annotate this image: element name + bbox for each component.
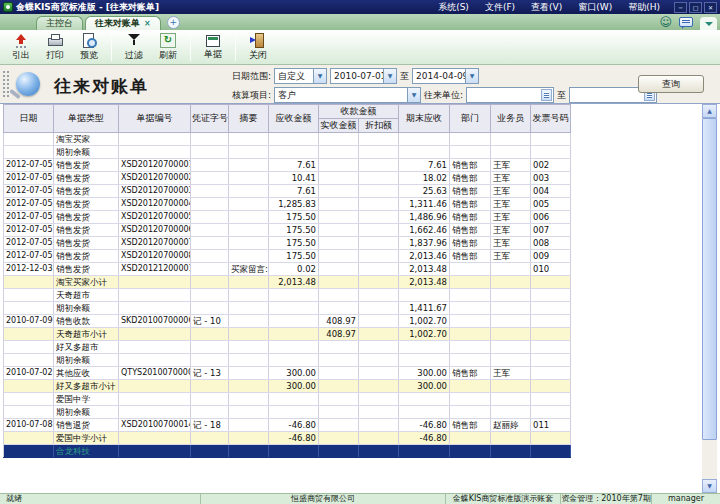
cell-bal[interactable] — [399, 341, 450, 354]
cell-dp[interactable]: 销售部 — [450, 198, 491, 211]
cell-bal[interactable] — [399, 393, 450, 406]
cell-bal[interactable]: 300.00 — [399, 367, 450, 380]
cell-v[interactable] — [191, 380, 229, 393]
table-row[interactable]: 天奇超市 — [4, 289, 571, 302]
cell-dp[interactable]: 销售部 — [450, 159, 491, 172]
cell-d[interactable]: 2012-07-05 — [4, 250, 54, 263]
cell-ar[interactable] — [269, 133, 319, 146]
cell-v[interactable] — [191, 276, 229, 289]
cell-n[interactable] — [119, 406, 191, 419]
table-row[interactable]: 2012-07-05销售发货XSD201207000017.617.61销售部王… — [4, 159, 571, 172]
cell-bal[interactable]: 1,002.70 — [399, 315, 450, 328]
cell-bal[interactable] — [399, 133, 450, 146]
cell-t[interactable]: 期初余额 — [54, 354, 119, 367]
cell-n[interactable]: XSD20120700006 — [119, 224, 191, 237]
cell-n[interactable] — [119, 393, 191, 406]
cell-dc[interactable] — [359, 263, 399, 276]
cell-bal[interactable]: 1,837.96 — [399, 237, 450, 250]
cell-sm[interactable] — [491, 315, 531, 328]
cell-bal[interactable]: 1,486.96 — [399, 211, 450, 224]
cell-t[interactable]: 期初余额 — [54, 146, 119, 159]
cell-v[interactable] — [191, 302, 229, 315]
cell-v[interactable] — [191, 133, 229, 146]
cell-s[interactable] — [229, 172, 269, 185]
cell-s[interactable] — [229, 380, 269, 393]
cell-s[interactable] — [229, 185, 269, 198]
cell-inv[interactable]: 009 — [531, 250, 571, 263]
cell-s[interactable] — [229, 159, 269, 172]
cell-inv[interactable] — [531, 341, 571, 354]
table-row[interactable]: 2012-07-05销售发货XSD20120700008175.502,013.… — [4, 250, 571, 263]
table-row[interactable]: 2012-07-05销售发货XSD20120700007175.501,837.… — [4, 237, 571, 250]
cell-d[interactable]: 2010-07-08 — [4, 419, 54, 432]
cell-t[interactable]: 合龙科技 — [54, 445, 119, 458]
cell-dp[interactable] — [450, 445, 491, 458]
cell-s[interactable] — [229, 289, 269, 302]
cell-inv[interactable] — [531, 133, 571, 146]
cell-t[interactable]: 期初余额 — [54, 302, 119, 315]
cell-dp[interactable] — [450, 354, 491, 367]
filter-button[interactable]: 过滤 — [118, 33, 150, 62]
cell-ar[interactable] — [269, 341, 319, 354]
project-select[interactable]: 客户 ▼ — [274, 87, 421, 103]
cell-sm[interactable] — [491, 302, 531, 315]
cell-rc[interactable] — [319, 224, 359, 237]
cell-d[interactable]: 2012-07-05 — [4, 185, 54, 198]
cell-n[interactable] — [119, 146, 191, 159]
cell-sm[interactable]: 王军 — [491, 172, 531, 185]
cell-bal[interactable]: 300.00 — [399, 380, 450, 393]
cell-v[interactable] — [191, 406, 229, 419]
menu-window[interactable]: 窗口(W) — [578, 1, 612, 14]
col-header-balance[interactable]: 期末应收 — [399, 105, 450, 133]
cell-rc[interactable] — [319, 445, 359, 458]
cell-n[interactable] — [119, 276, 191, 289]
minimize-button[interactable]: ─ — [674, 2, 687, 13]
cell-rc[interactable] — [319, 380, 359, 393]
cell-rc[interactable] — [319, 250, 359, 263]
preview-button[interactable]: 预览 — [73, 33, 105, 62]
chevron-down-icon[interactable]: ▼ — [313, 69, 326, 83]
cell-inv[interactable] — [531, 354, 571, 367]
cell-t[interactable]: 其他应收 — [54, 367, 119, 380]
table-row[interactable]: 期初余额 — [4, 354, 571, 367]
cell-dc[interactable] — [359, 380, 399, 393]
cell-n[interactable] — [119, 133, 191, 146]
cell-inv[interactable] — [531, 315, 571, 328]
cell-s[interactable] — [229, 315, 269, 328]
cell-v[interactable] — [191, 263, 229, 276]
cell-dc[interactable] — [359, 289, 399, 302]
table-row[interactable]: 爱国中学 — [4, 393, 571, 406]
table-row[interactable]: 2012-07-05销售发货XSD20120700006175.501,662.… — [4, 224, 571, 237]
cell-dc[interactable] — [359, 419, 399, 432]
scroll-thumb[interactable] — [702, 118, 717, 440]
table-row[interactable]: 好又多超市 — [4, 341, 571, 354]
cell-inv[interactable] — [531, 302, 571, 315]
cell-rc[interactable] — [319, 159, 359, 172]
cell-sm[interactable]: 王军 — [491, 159, 531, 172]
cell-t[interactable]: 销售发货 — [54, 172, 119, 185]
cell-bal[interactable] — [399, 146, 450, 159]
cell-t[interactable]: 销售发货 — [54, 263, 119, 276]
vertical-scrollbar[interactable]: ▲ ▼ — [702, 104, 717, 493]
cell-dc[interactable] — [359, 146, 399, 159]
cell-v[interactable] — [191, 354, 229, 367]
cell-ar[interactable]: 10.41 — [269, 172, 319, 185]
cell-n[interactable] — [119, 380, 191, 393]
cell-n[interactable] — [119, 354, 191, 367]
cell-dc[interactable] — [359, 159, 399, 172]
cell-ar[interactable] — [269, 445, 319, 458]
cell-bal[interactable]: 1,411.67 — [399, 302, 450, 315]
cell-t[interactable]: 好又多超市小计 — [54, 380, 119, 393]
cell-dp[interactable]: 销售部 — [450, 224, 491, 237]
cell-bal[interactable]: -46.80 — [399, 419, 450, 432]
col-header-summary[interactable]: 摘要 — [229, 105, 269, 133]
cell-dp[interactable]: 销售部 — [450, 419, 491, 432]
menu-help[interactable]: 帮助(H) — [628, 1, 660, 14]
cell-n[interactable]: XSD20100700014 — [119, 419, 191, 432]
cell-ar[interactable] — [269, 146, 319, 159]
cell-t[interactable]: 淘宝买家小计 — [54, 276, 119, 289]
cell-dp[interactable] — [450, 341, 491, 354]
cell-rc[interactable] — [319, 211, 359, 224]
cell-bal[interactable]: -46.80 — [399, 432, 450, 445]
chevron-down-icon[interactable]: ▼ — [465, 69, 478, 83]
